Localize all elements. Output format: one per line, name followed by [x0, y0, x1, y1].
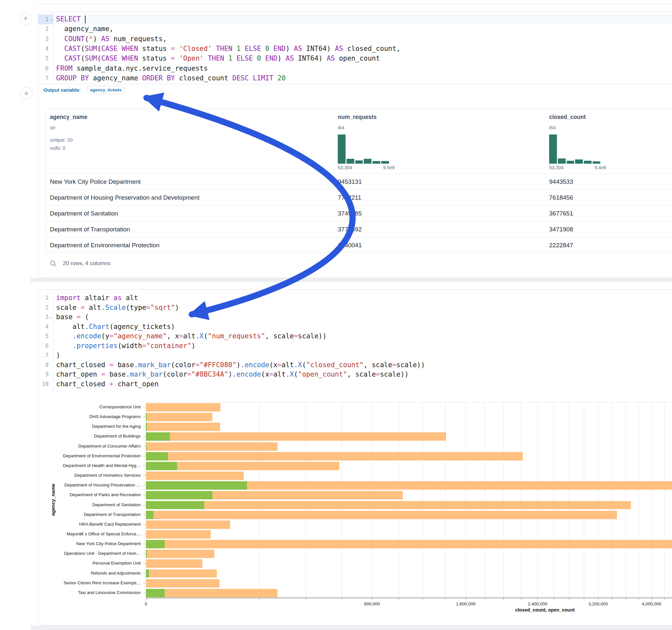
- code-line[interactable]: 7): [38, 350, 672, 360]
- code-text: scale = alt.Scale(type="sqrt"): [53, 303, 179, 313]
- table-cell: Department of Sanitation: [50, 205, 118, 221]
- code-line[interactable]: 3 COUNT(*) AS num_requests,: [38, 34, 672, 44]
- gutter-spacer: [49, 24, 53, 34]
- code-line[interactable]: 7GROUP BY agency_name ORDER BY closed_co…: [38, 73, 672, 83]
- code-line[interactable]: 6FROM sample_data.nyc.service_requests: [38, 64, 672, 73]
- collapse-chevron-icon[interactable]: ⌄: [49, 14, 53, 24]
- code-line[interactable]: 4 alt.Chart(agency_tickets): [38, 322, 672, 332]
- table-row[interactable]: Department of Transportation377489234719…: [46, 221, 672, 237]
- x-axis-title: closed_count, open_count: [515, 607, 575, 612]
- search-icon[interactable]: [50, 260, 57, 268]
- column-header[interactable]: closed_count: [549, 114, 586, 121]
- code-text: .encode(y="agency_name", x=alt.X("num_re…: [53, 332, 327, 341]
- cell-gap-band: [31, 626, 672, 630]
- code-line[interactable]: 10chart_closed + chart_open: [38, 380, 672, 389]
- gridline: [626, 403, 626, 598]
- code-line[interactable]: 8chart_closed = base.mark_bar(color="#FF…: [38, 360, 672, 370]
- column-header[interactable]: num_requests: [338, 114, 377, 121]
- gutter-spacer: [49, 34, 53, 44]
- x-axis-tick: [342, 598, 342, 601]
- bar-open_count: [146, 462, 177, 470]
- column-header[interactable]: agency_name: [50, 114, 88, 121]
- code-line[interactable]: 1⌄SELECT: [38, 14, 672, 24]
- table-cell: 9443533: [549, 174, 573, 190]
- code-line[interactable]: 6 .properties(width="container"): [38, 341, 672, 351]
- x-axis-tick-label: 800,000: [353, 602, 391, 606]
- code-line[interactable]: 4 CAST(SUM(CASE WHEN status = 'Closed' T…: [38, 44, 672, 53]
- chart-plot-area: [146, 402, 672, 598]
- y-axis-tick: [143, 554, 146, 554]
- histogram-bar: [346, 159, 354, 164]
- y-axis-tick: [143, 495, 146, 495]
- code-text: GROUP BY agency_name ORDER BY closed_cou…: [53, 73, 286, 83]
- x-axis-tick: [259, 598, 259, 601]
- gridline: [569, 403, 569, 598]
- line-number: 4: [38, 44, 49, 53]
- code-text: CAST(SUM(CASE WHEN status = 'Open' THEN …: [53, 53, 380, 63]
- code-line[interactable]: 3⌄base = (: [38, 312, 672, 322]
- table-row[interactable]: New York City Police Department945313194…: [46, 173, 672, 189]
- code-line[interactable]: 5 CAST(SUM(CASE WHEN status = 'Open' THE…: [38, 53, 672, 63]
- y-axis-category-label: DHS Advantage Programs: [35, 412, 141, 421]
- bar-closed_count: [146, 413, 212, 421]
- table-row[interactable]: Department of Environmental Protection22…: [46, 237, 672, 253]
- add-cell-button[interactable]: +: [20, 12, 32, 25]
- collapse-chevron-icon[interactable]: ⌄: [49, 312, 53, 322]
- output-variable-pill[interactable]: agency_tickets: [87, 86, 125, 94]
- y-axis-tick: [143, 417, 146, 417]
- gridline: [306, 403, 306, 598]
- histogram-bar: [575, 160, 583, 164]
- bar-closed_count: [146, 570, 217, 578]
- bar-open_count: [146, 589, 165, 597]
- y-axis-category-label: Department of Transportation: [35, 510, 141, 519]
- y-axis-tick: [143, 515, 146, 515]
- x-axis-tick: [569, 598, 569, 601]
- table-cell: 2222847: [549, 237, 573, 253]
- y-axis-category-label: Department of Housing Preservation …: [35, 480, 141, 490]
- gutter-spacer: [49, 360, 53, 370]
- y-axis-category-label: Department of Consumer Affairs: [35, 441, 141, 451]
- code-line[interactable]: 2 agency_name,: [38, 24, 672, 34]
- code-text: chart_closed + chart_open: [53, 380, 159, 389]
- gutter-spacer: [49, 64, 53, 73]
- bar-closed_count: [146, 579, 219, 587]
- y-axis-tick: [143, 573, 146, 574]
- y-axis-category-label: New York City Police Department: [35, 539, 141, 549]
- code-line[interactable]: 5 .encode(y="agency_name", x=alt.X("num_…: [38, 332, 672, 341]
- table-row[interactable]: Department of Sanitation37494853677651: [46, 205, 672, 221]
- x-axis-tick: [537, 598, 538, 601]
- table-cell: 7782211: [338, 190, 361, 205]
- add-cell-button[interactable]: +: [20, 87, 32, 99]
- code-line[interactable]: 9chart_open = base.mark_bar(color="#8BC3…: [38, 370, 672, 380]
- y-axis-category-label: Department of Health and Mental Hyg…: [35, 461, 141, 470]
- table-cell: Department of Housing Preservation and D…: [50, 190, 200, 205]
- y-axis-tick: [143, 593, 146, 593]
- x-axis-tick: [485, 598, 485, 601]
- x-axis-tick-labels: 0800,0001,600,0002,400,0003,200,0004,000…: [146, 602, 672, 608]
- bar-closed_count: [146, 471, 244, 480]
- x-axis-tick-label: 1,600,000: [447, 602, 485, 606]
- gridline: [372, 403, 373, 598]
- x-axis-tick: [399, 598, 399, 601]
- bar-open_count: [146, 413, 147, 421]
- x-axis-tick-label: 0: [126, 602, 165, 606]
- histogram-bar: [558, 159, 566, 164]
- sql-cell-card: 1⌄SELECT 2 agency_name,3 COUNT(*) AS num…: [38, 12, 672, 278]
- gridline: [537, 403, 538, 598]
- code-text: alt.Chart(agency_tickets): [53, 322, 175, 332]
- y-axis-category-label: Senior Citizen Rent Increase Exempti…: [35, 578, 141, 588]
- table-row[interactable]: Department of Housing Preservation and D…: [46, 189, 672, 205]
- histogram-bar: [593, 162, 600, 164]
- code-line[interactable]: 1import altair as alt: [38, 293, 672, 303]
- x-axis-tick: [554, 598, 554, 601]
- y-axis-category-label: Department of Environmental Protection: [35, 451, 141, 461]
- x-axis-tick: [584, 598, 584, 601]
- x-axis-tick-label: 4,000,000: [632, 602, 671, 606]
- x-axis-tick: [664, 598, 665, 601]
- cell-gap-band: [31, 278, 672, 282]
- code-text: import altair as alt: [53, 293, 138, 303]
- gridline: [342, 403, 342, 598]
- y-axis-tick: [143, 476, 146, 476]
- column-histogram: [549, 135, 600, 164]
- code-line[interactable]: 2scale = alt.Scale(type="sqrt"): [38, 303, 672, 313]
